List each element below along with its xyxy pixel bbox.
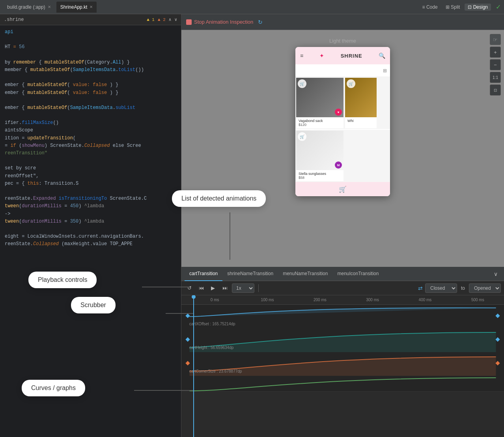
code-line xyxy=(5,97,176,104)
view-mode-selector: ≡ Code ⊞ Split ⊡ Design ✓ xyxy=(419,3,501,11)
speed-select[interactable]: 1x 0.5x 2x xyxy=(232,283,254,293)
tab-menu-name[interactable]: menuNameTransition xyxy=(278,267,332,281)
tab-shrine-label: ShrineApp.kt xyxy=(60,4,88,10)
timeline-area: 0 ms 100 ms 200 ms 300 ms 400 ms 500 ms xyxy=(181,295,504,437)
product-name-1: Vagabond sack xyxy=(299,119,341,123)
cart-badge-2: 🛒 xyxy=(347,79,355,88)
code-line: pec = { this: Transition.S xyxy=(5,180,176,188)
ruler-400ms: 400 ms xyxy=(399,298,451,302)
cart-badge-3: 🛒 xyxy=(298,132,306,141)
code-line: ember { mutableStateOf( value: false ) } xyxy=(5,81,176,89)
tab-menu-name-label: menuNameTransition xyxy=(283,271,328,276)
refresh-icon[interactable]: ↻ xyxy=(258,19,263,25)
callout-animations-text: List of detected animations xyxy=(181,195,256,202)
playhead[interactable] xyxy=(193,295,194,437)
swap-button[interactable]: ⇄ xyxy=(418,285,423,291)
skip-back-button[interactable]: ⏮ xyxy=(196,283,206,293)
track-bg-4 xyxy=(181,376,504,392)
warning-yellow: ▲ 1 xyxy=(147,17,155,22)
code-line: ifier.fillMaxSize() xyxy=(5,119,176,127)
to-state-select[interactable]: Opened Closed xyxy=(469,283,501,293)
product-card-1: 🛒 ♥ Vagabond sack $120 xyxy=(296,78,343,128)
code-line xyxy=(5,51,176,59)
zoom-in-button[interactable]: + xyxy=(490,47,501,58)
code-panel: .shrine ▲ 1 ▲ 2 ∧ ∨ api HT = 56 by remem… xyxy=(0,14,181,437)
callout-animations-line xyxy=(230,212,230,260)
ruler-100ms: 100 ms xyxy=(241,298,293,302)
code-line xyxy=(5,225,176,233)
tab-shrine-close[interactable]: ✕ xyxy=(90,5,93,9)
controls-row: ↺ ⏮ ▶ ⏭ 1x 0.5x 2x ⇄ Closed Opened to Op… xyxy=(181,281,504,295)
fit-screen-button[interactable]: ⊡ xyxy=(490,84,501,96)
tab-gradle-close[interactable]: ✕ xyxy=(48,5,51,9)
code-line: set by scre xyxy=(5,165,176,172)
code-line: by remember { mutableStateOf(Category.Al… xyxy=(5,59,176,66)
zoom-out-button[interactable]: − xyxy=(490,59,501,70)
skip-forward-button[interactable]: ⏭ xyxy=(220,283,230,293)
product-name-3: Stella sunglasses xyxy=(299,172,341,176)
tab-menu-icon-label: menuIconTransition xyxy=(337,271,379,276)
code-line: ember { mutableStateOf(SampleItemsData.s… xyxy=(5,104,176,112)
code-line: member { mutableStateOf(SampleItemsData.… xyxy=(5,66,176,74)
product-card-3: 🛒 M Stella sunglasses $58 xyxy=(296,131,343,181)
ruler-200ms: 200 ms xyxy=(294,298,346,302)
shrine-logo-icon: ✦ xyxy=(319,53,324,59)
timeline-ruler: 0 ms 100 ms 200 ms 300 ms 400 ms 500 ms xyxy=(181,295,504,305)
track-value-2: cartHeight : 56.659634dp xyxy=(189,345,233,350)
tabs-more-button[interactable]: ∨ xyxy=(491,271,501,277)
code-content: api HT = 56 by remember { mutableStateOf… xyxy=(0,25,181,251)
code-line: reenTransition" xyxy=(5,150,176,157)
code-line: tween(durationMillis = 350) ^lambda xyxy=(5,218,176,225)
tab-cart-label: cartTransition xyxy=(189,271,218,276)
cart-button[interactable]: 🛒 xyxy=(339,186,347,193)
callout-scrubber: Scrubber xyxy=(71,297,116,313)
main-layout: .shrine ▲ 1 ▲ 2 ∧ ∨ api HT = 56 by remem… xyxy=(0,14,504,437)
callout-scrubber-text: Scrubber xyxy=(80,302,106,308)
tab-cart-transition[interactable]: cartTransition xyxy=(185,267,222,281)
hand-tool-button[interactable]: ☞ xyxy=(490,34,501,45)
expand-warnings-button[interactable]: ∧ xyxy=(169,17,172,22)
view-design-button[interactable]: ⊡ Design xyxy=(465,4,491,11)
stop-animation-button[interactable]: Stop Animation Inspection xyxy=(186,19,253,25)
curve-svg-4 xyxy=(181,376,504,392)
cart-bar: 🛒 xyxy=(295,182,390,196)
tab-shrine-label: shrineNameTransition xyxy=(227,271,273,276)
divider xyxy=(258,284,259,292)
track-value-1: cartXOffset : 165.75214dp xyxy=(189,322,235,326)
track-value-3: cartCornerSize : 23.678877dp xyxy=(189,369,242,373)
warning-orange: ▲ 2 xyxy=(158,17,166,22)
callout-curves: Curves / graphs xyxy=(22,380,85,396)
callout-playback-line xyxy=(142,287,189,287)
view-split-button[interactable]: ⊞ Split xyxy=(442,4,463,11)
track-bg-3: cartCornerSize : 23.678877dp xyxy=(181,352,504,376)
code-line: api xyxy=(5,28,176,36)
stop-icon xyxy=(186,19,192,25)
product-price-3: $58 xyxy=(299,176,341,180)
check-icon: ✓ xyxy=(496,3,501,11)
collapse-warnings-button[interactable]: ∨ xyxy=(174,17,177,22)
code-line: eight = LocalWindowInsets.current.naviga… xyxy=(5,233,176,240)
animation-bar: Stop Animation Inspection ↻ xyxy=(181,14,504,30)
track-cart-x-offset: cartXOffset : 165.75214dp xyxy=(181,305,504,328)
product-info-2: Whi xyxy=(345,117,377,124)
code-line xyxy=(5,188,176,195)
animation-panel: cartTransition shrineNameTransition menu… xyxy=(181,267,504,437)
tab-menu-icon[interactable]: menuIconTransition xyxy=(332,267,383,281)
reset-zoom-button[interactable]: 1:1 xyxy=(490,72,501,83)
tab-shrine-name[interactable]: shrineNameTransition xyxy=(222,267,278,281)
search-icon: 🔍 xyxy=(379,53,385,59)
play-button[interactable]: ▶ xyxy=(208,283,218,293)
ruler-500ms: 500 ms xyxy=(452,298,504,302)
view-code-button[interactable]: ≡ Code xyxy=(419,4,441,11)
theme-label: Light theme xyxy=(329,38,356,44)
top-bar: build.gradle (:app) ✕ ShrineApp.kt ✕ ≡ C… xyxy=(0,0,504,14)
code-header: .shrine ▲ 1 ▲ 2 ∧ ∨ xyxy=(0,14,181,25)
ruler-0ms: 0 ms xyxy=(189,298,241,302)
product-name-2: Whi xyxy=(347,119,374,123)
callout-curves-text: Curves / graphs xyxy=(31,384,76,391)
from-state-select[interactable]: Closed Opened xyxy=(425,283,457,293)
tab-shrine[interactable]: ShrineApp.kt ✕ xyxy=(56,2,97,13)
phone-header: ≡ ✦ SHRINE 🔍 xyxy=(295,47,390,64)
loop-button[interactable]: ↺ xyxy=(185,283,194,293)
tab-gradle[interactable]: build.gradle (:app) ✕ xyxy=(3,2,55,13)
